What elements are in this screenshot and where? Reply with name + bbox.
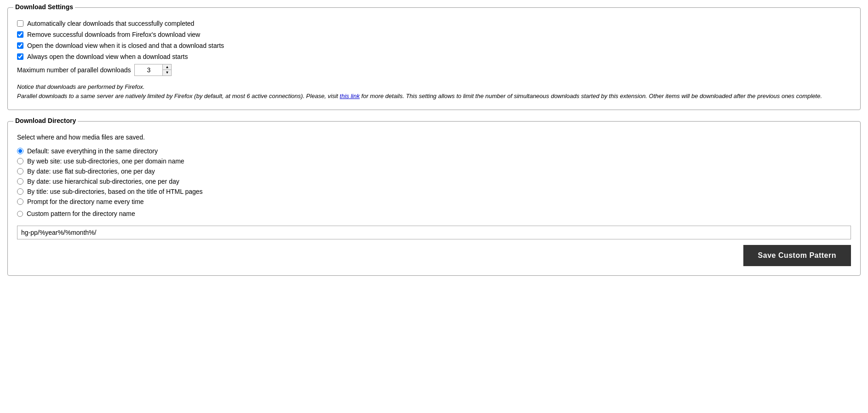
spin-buttons: ▲ ▼ (162, 64, 171, 76)
parallel-spinner: ▲ ▼ (134, 64, 172, 76)
radio-row-date-hier: By date: use hierarchical sub-directorie… (17, 178, 851, 185)
radio-date-hier-label: By date: use hierarchical sub-directorie… (27, 178, 179, 185)
notice-line2: Parallel downloads to a same server are … (17, 93, 340, 99)
open-view-checkbox[interactable] (17, 42, 23, 49)
radio-website[interactable] (17, 158, 23, 164)
radio-prompt[interactable] (17, 198, 23, 205)
radio-title[interactable] (17, 188, 23, 195)
radio-default-label: Default: save everything in the same dir… (27, 147, 158, 155)
checkbox-row-remove-successful: Remove successful downloads from Firefox… (17, 31, 851, 38)
auto-clear-checkbox[interactable] (17, 20, 23, 27)
radio-row-title: By title: use sub-directories, based on … (17, 188, 851, 195)
radio-prompt-label: Prompt for the directory name every time (27, 198, 144, 205)
radio-website-label: By web site: use sub-directories, one pe… (27, 157, 184, 165)
download-settings-title: Download Settings (13, 3, 75, 11)
checkbox-row-auto-clear: Automatically clear downloads that succe… (17, 20, 851, 27)
always-open-label: Always open the download view when a dow… (27, 53, 188, 60)
download-settings-section: Download Settings Automatically clear do… (7, 7, 861, 110)
download-settings-content: Automatically clear downloads that succe… (17, 20, 851, 100)
custom-pattern-label: Custom pattern for the directory name (27, 210, 135, 217)
open-view-label: Open the download view when it is closed… (27, 42, 224, 49)
notice-line3: for more details. This setting allows to… (360, 93, 822, 99)
select-text: Select where and how media files are sav… (17, 134, 851, 141)
download-directory-content: Select where and how media files are sav… (17, 134, 851, 266)
save-btn-row: Save Custom Pattern (17, 245, 851, 266)
parallel-downloads-row: Maximum number of parallel downloads ▲ ▼ (17, 64, 851, 76)
radio-row-default: Default: save everything in the same dir… (17, 147, 851, 155)
radio-row-date-flat: By date: use flat sub-directories, one p… (17, 168, 851, 175)
download-directory-title: Download Directory (13, 117, 78, 124)
notice-line1: Notice that downloads are performed by F… (17, 83, 144, 90)
remove-successful-checkbox[interactable] (17, 31, 23, 38)
notice-text: Notice that downloads are performed by F… (17, 82, 851, 100)
radio-date-hier[interactable] (17, 178, 23, 185)
spin-down-button[interactable]: ▼ (163, 70, 171, 76)
save-custom-pattern-button[interactable]: Save Custom Pattern (743, 245, 851, 266)
radio-date-flat-label: By date: use flat sub-directories, one p… (27, 168, 155, 175)
checkbox-row-always-open: Always open the download view when a dow… (17, 53, 851, 60)
custom-pattern-input[interactable] (17, 226, 851, 239)
spin-up-button[interactable]: ▲ (163, 64, 171, 70)
radio-default[interactable] (17, 148, 23, 154)
parallel-input[interactable] (135, 65, 162, 75)
remove-successful-label: Remove successful downloads from Firefox… (27, 31, 200, 38)
notice-link[interactable]: this link (340, 93, 360, 99)
radio-row-website: By web site: use sub-directories, one pe… (17, 157, 851, 165)
auto-clear-label: Automatically clear downloads that succe… (27, 20, 194, 27)
always-open-checkbox[interactable] (17, 53, 23, 60)
radio-title-label: By title: use sub-directories, based on … (27, 188, 203, 195)
radio-date-flat[interactable] (17, 168, 23, 175)
radio-custom-pattern[interactable] (17, 211, 23, 217)
download-directory-section: Download Directory Select where and how … (7, 121, 861, 276)
custom-pattern-row: Custom pattern for the directory name (17, 210, 851, 217)
checkbox-row-open-view: Open the download view when it is closed… (17, 42, 851, 49)
radio-row-prompt: Prompt for the directory name every time (17, 198, 851, 205)
parallel-downloads-label: Maximum number of parallel downloads (17, 66, 131, 74)
